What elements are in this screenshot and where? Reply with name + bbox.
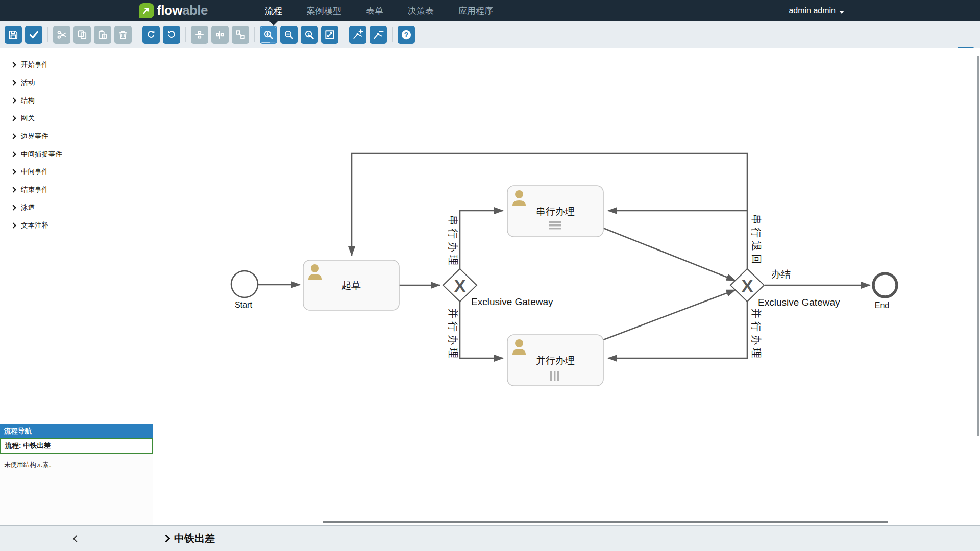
palette-item-label: 网关 bbox=[21, 114, 35, 123]
gateway-fork-marker: X bbox=[454, 276, 466, 295]
process-breadcrumb[interactable]: 中铁出差 bbox=[153, 526, 215, 551]
paste-button[interactable] bbox=[94, 26, 111, 44]
trash-icon bbox=[117, 29, 129, 40]
navigator-note: 未使用结构元素。 bbox=[0, 454, 153, 476]
start-event[interactable] bbox=[231, 271, 258, 297]
nav-item-processes[interactable]: 流程 bbox=[253, 0, 295, 21]
main-nav: 流程案例模型表单决策表应用程序 bbox=[253, 0, 505, 21]
toolbar-separator bbox=[254, 27, 255, 42]
palette-item-label: 中间捕捉事件 bbox=[21, 149, 62, 159]
toolbar-separator bbox=[137, 27, 137, 42]
chevron-right-icon bbox=[10, 97, 16, 103]
zoom-in-button[interactable] bbox=[260, 26, 277, 44]
save-button[interactable] bbox=[5, 26, 22, 44]
user-menu[interactable]: admin admin bbox=[789, 0, 844, 21]
chevron-right-icon bbox=[10, 169, 16, 174]
bendpoint-remove-button[interactable] bbox=[370, 26, 387, 44]
navigator-process-item[interactable]: 流程: 中铁出差 bbox=[0, 438, 153, 454]
flow-serial-to-join[interactable] bbox=[603, 228, 736, 281]
bendpoint-add-button[interactable] bbox=[349, 26, 366, 44]
palette-item-boundary-events[interactable]: 边界事件 bbox=[0, 127, 153, 145]
canvas-h-scrollbar[interactable] bbox=[323, 521, 888, 523]
bend-add-icon bbox=[352, 29, 363, 40]
zoom-fit-button[interactable] bbox=[321, 26, 338, 44]
bpmn-diagram: Start 起草 X Exclusive Gateway bbox=[154, 48, 980, 525]
collapse-sidebar-button[interactable] bbox=[0, 526, 153, 551]
zoom-in-icon bbox=[263, 29, 274, 40]
sequential-mi-icon bbox=[549, 221, 561, 229]
editor-content: 开始事件活动结构网关边界事件中间捕捉事件中间事件结束事件泳道文本注释 流程导航 … bbox=[0, 48, 980, 525]
flow-label-complete: 办结 bbox=[771, 269, 791, 280]
process-navigator: 流程导航 流程: 中铁出差 未使用结构元素。 bbox=[0, 424, 153, 525]
flow-fork-to-parallel[interactable] bbox=[460, 302, 503, 358]
editor-toolbar: 1? bbox=[0, 21, 980, 48]
palette-item-label: 结构 bbox=[21, 96, 35, 105]
flow-parallel-to-join[interactable] bbox=[603, 290, 736, 340]
nav-item-apps[interactable]: 应用程序 bbox=[446, 0, 505, 21]
user-label: admin admin bbox=[789, 6, 836, 15]
task-serial[interactable]: 串行办理 bbox=[507, 186, 603, 237]
zoom-actual-icon: 1 bbox=[304, 29, 315, 40]
chevron-down-icon bbox=[839, 11, 844, 14]
bend-remove-icon bbox=[373, 29, 384, 40]
chevron-right-icon bbox=[10, 133, 16, 139]
diagram-canvas[interactable]: Start 起草 X Exclusive Gateway bbox=[154, 48, 980, 525]
chevron-right-icon bbox=[10, 115, 16, 121]
chevron-right-icon bbox=[10, 187, 16, 192]
align-center-button[interactable] bbox=[211, 26, 229, 44]
canvas-v-scrollbar[interactable] bbox=[977, 56, 979, 436]
task-parallel[interactable]: 并行办理 bbox=[507, 335, 603, 386]
undo-button[interactable] bbox=[163, 26, 180, 44]
chevron-right-icon bbox=[10, 222, 16, 228]
end-event[interactable] bbox=[873, 273, 897, 297]
palette-item-gateways[interactable]: 网关 bbox=[0, 109, 153, 127]
delete-button[interactable] bbox=[114, 26, 132, 44]
align-middle-icon bbox=[194, 29, 205, 40]
palette-item-intermediate-catching-events[interactable]: 中间捕捉事件 bbox=[0, 145, 153, 163]
flow-fork-to-serial[interactable] bbox=[460, 211, 503, 269]
toolbar-separator bbox=[185, 27, 186, 42]
task-draft[interactable]: 起草 bbox=[303, 260, 399, 310]
toolbar-groups: 1? bbox=[3, 26, 416, 44]
nav-item-forms[interactable]: 表单 bbox=[354, 0, 396, 21]
zoom-actual-button[interactable]: 1 bbox=[301, 26, 318, 44]
task-draft-label: 起草 bbox=[341, 280, 361, 291]
palette-list: 开始事件活动结构网关边界事件中间捕捉事件中间事件结束事件泳道文本注释 bbox=[0, 48, 153, 234]
palette-item-label: 结束事件 bbox=[21, 185, 48, 194]
palette-item-text-annotations[interactable]: 文本注释 bbox=[0, 216, 153, 234]
copy-icon bbox=[77, 29, 88, 40]
cut-button[interactable] bbox=[53, 26, 70, 44]
check-icon bbox=[28, 29, 39, 40]
svg-text:?: ? bbox=[404, 31, 408, 39]
align-center-icon bbox=[214, 29, 226, 40]
chevron-right-icon bbox=[10, 80, 16, 85]
logo-wordmark: flowable bbox=[157, 3, 208, 18]
nav-item-decision-tables[interactable]: 决策表 bbox=[396, 0, 446, 21]
validate-button[interactable] bbox=[25, 26, 42, 44]
nav-item-case-models[interactable]: 案例模型 bbox=[295, 0, 354, 21]
copy-button[interactable] bbox=[74, 26, 91, 44]
palette-item-intermediate-events[interactable]: 中间事件 bbox=[0, 163, 153, 181]
task-serial-label: 串行办理 bbox=[536, 206, 575, 217]
redo-button[interactable] bbox=[142, 26, 160, 44]
flowable-logo-icon bbox=[139, 3, 154, 18]
save-icon bbox=[8, 29, 19, 40]
undo-icon bbox=[166, 29, 177, 40]
same-size-button[interactable] bbox=[232, 26, 249, 44]
palette-item-start-events[interactable]: 开始事件 bbox=[0, 56, 153, 73]
end-event-label: End bbox=[875, 301, 889, 310]
palette-item-activities[interactable]: 活动 bbox=[0, 73, 153, 91]
chevron-right-icon bbox=[162, 535, 170, 543]
help-button[interactable]: ? bbox=[398, 26, 415, 44]
gateway-fork-label: Exclusive Gateway bbox=[471, 296, 553, 307]
flow-label-serial-branch: 串行办理 bbox=[448, 215, 459, 268]
bottom-bar: 中铁出差 bbox=[0, 525, 980, 551]
align-middle-button[interactable] bbox=[191, 26, 208, 44]
palette-item-label: 活动 bbox=[21, 78, 35, 87]
navigator-header: 流程导航 bbox=[0, 424, 153, 438]
palette-item-swimlanes[interactable]: 泳道 bbox=[0, 198, 153, 216]
palette-item-structural[interactable]: 结构 bbox=[0, 91, 153, 109]
palette-item-label: 边界事件 bbox=[21, 132, 48, 141]
zoom-out-button[interactable] bbox=[280, 26, 298, 44]
palette-item-end-events[interactable]: 结束事件 bbox=[0, 181, 153, 198]
